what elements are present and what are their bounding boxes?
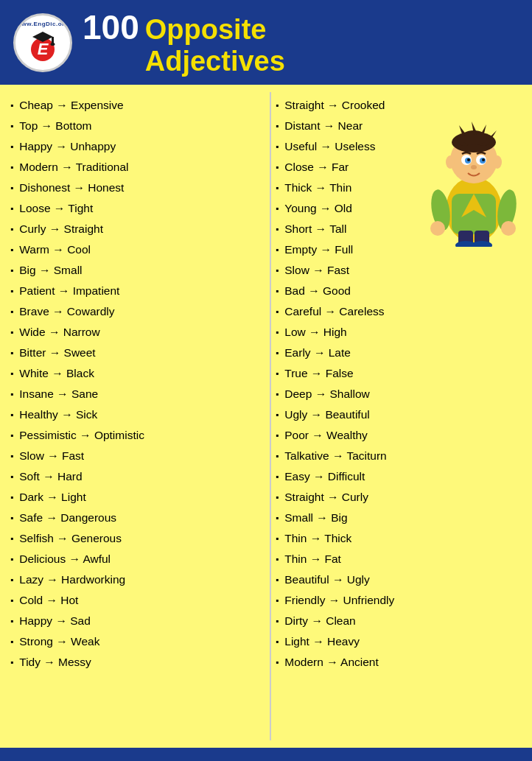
word-pair: Straight → Curly (284, 488, 368, 506)
word-pair: Straight → Crooked (284, 97, 385, 114)
bullet-icon: ▪ (10, 222, 13, 236)
bullet-icon: ▪ (10, 305, 13, 319)
word-pair: Modern → Ancient (284, 653, 379, 671)
bullet-icon: ▪ (276, 511, 279, 525)
list-item: ▪Top → Bottom (10, 116, 265, 136)
word-pair: Beautiful → Ugly (284, 571, 369, 589)
footer-url: WWW.ENGDIC.ORG (10, 758, 522, 761)
list-item: ▪Thin → Thick (276, 528, 522, 549)
bullet-icon: ▪ (10, 140, 13, 154)
footer-dic: DIC (276, 758, 317, 761)
word-pair: Strong → Weak (19, 633, 99, 650)
list-item: ▪Cheap → Expensive (10, 95, 265, 116)
word-pair: Slow → Fast (284, 262, 349, 279)
bullet-icon: ▪ (276, 202, 279, 216)
list-item: ▪Healthy → Sick (10, 404, 265, 425)
bullet-icon: ▪ (276, 635, 279, 649)
word-pair: Low → High (284, 323, 346, 341)
header-number: 100 (83, 7, 139, 47)
list-item: ▪Careful → Careless (276, 301, 522, 322)
list-item: ▪Brave → Cowardly (10, 301, 265, 322)
word-pair: Small → Big (284, 509, 347, 527)
svg-point-22 (446, 155, 455, 169)
bullet-icon: ▪ (276, 614, 279, 628)
word-pair: Brave → Cowardly (19, 303, 114, 320)
header-opposite: Opposite (145, 14, 285, 46)
word-pair: Selfish → Generous (19, 530, 122, 547)
word-pair: Early → Late (284, 344, 351, 362)
word-pair: Light → Heavy (284, 633, 360, 650)
svg-point-30 (501, 221, 516, 236)
bullet-icon: ▪ (10, 326, 13, 340)
bullet-icon: ▪ (10, 181, 13, 195)
header-adjectives: Adjectives (145, 46, 285, 77)
list-item: ▪Soft → Hard (10, 466, 265, 487)
bullet-icon: ▪ (276, 181, 279, 195)
character-illustration (426, 114, 522, 247)
bullet-icon: ▪ (10, 367, 13, 381)
list-item: ▪Straight → Crooked (276, 95, 522, 116)
list-item: ▪Straight → Curly (276, 487, 522, 508)
svg-point-20 (482, 158, 485, 161)
bullet-icon: ▪ (276, 161, 279, 175)
bullet-icon: ▪ (10, 346, 13, 360)
list-item: ▪Thin → Fat (276, 549, 522, 569)
list-item: ▪Lazy → Hardworking (10, 569, 265, 590)
logo: www.EngDic.org E (13, 13, 72, 72)
bullet-icon: ▪ (10, 202, 13, 216)
word-pair: Big → Small (19, 262, 82, 279)
list-item: ▪Safe → Dangerous (10, 508, 265, 528)
list-item: ▪Curly → Straight (10, 219, 265, 239)
word-pair: Distant → Near (284, 117, 363, 135)
word-pair: Dishonest → Honest (19, 179, 124, 197)
list-item: ▪White → Black (10, 363, 265, 384)
bullet-icon: ▪ (276, 491, 279, 505)
list-item: ▪Slow → Fast (276, 260, 522, 281)
word-pair: Pessimistic → Optimistic (19, 427, 144, 444)
word-pair: Close → Far (284, 158, 349, 176)
word-pair: Short → Tall (284, 220, 346, 238)
word-pair: Friendly → Unfriendly (284, 592, 394, 609)
word-pair: Soft → Hard (19, 468, 82, 485)
word-pair: Tidy → Messy (19, 653, 91, 671)
bullet-icon: ▪ (276, 99, 279, 113)
right-column-wrapper: ▪Straight → Crooked▪Distant → Near▪Usefu… (271, 92, 526, 740)
word-pair: True → False (284, 365, 353, 382)
svg-text:E: E (38, 40, 49, 58)
logo-top-text: www.EngDic.org (17, 21, 69, 27)
word-pair: Loose → Tight (19, 200, 93, 217)
word-pair: Happy → Sad (19, 612, 91, 630)
word-pair: Dark → Light (19, 488, 85, 506)
bullet-icon: ▪ (276, 553, 279, 567)
logo-icon: E (27, 29, 59, 61)
word-pair: Safe → Dangerous (19, 509, 116, 527)
header: www.EngDic.org E 100 Opposite Adjectives (0, 0, 532, 85)
word-pair: Cold → Hot (19, 592, 78, 609)
list-item: ▪Bad → Good (276, 281, 522, 301)
svg-point-21 (471, 165, 477, 169)
bullet-icon: ▪ (10, 408, 13, 422)
svg-point-19 (467, 158, 470, 161)
bullet-icon: ▪ (10, 387, 13, 401)
word-pair: Young → Old (284, 200, 352, 217)
list-item: ▪Easy → Difficult (276, 466, 522, 487)
list-item: ▪Low → High (276, 322, 522, 343)
bullet-icon: ▪ (10, 635, 13, 649)
list-item: ▪Happy → Sad (10, 611, 265, 631)
word-pair: Easy → Difficult (284, 468, 365, 485)
bullet-icon: ▪ (276, 573, 279, 587)
bullet-icon: ▪ (276, 305, 279, 319)
bullet-icon: ▪ (10, 532, 13, 546)
svg-point-23 (493, 155, 502, 169)
word-pair: Delicious → Awful (19, 550, 111, 568)
list-item: ▪Dishonest → Honest (10, 178, 265, 198)
word-pair: Insane → Sane (19, 385, 98, 403)
bullet-icon: ▪ (276, 594, 279, 608)
word-pair: Patient → Impatient (19, 282, 119, 300)
bullet-icon: ▪ (10, 429, 13, 443)
main-content: ▪Cheap → Expensive▪Top → Bottom▪Happy → … (0, 85, 532, 748)
bullet-icon: ▪ (276, 387, 279, 401)
list-item: ▪Modern → Ancient (276, 652, 522, 673)
list-item: ▪Talkative → Taciturn (276, 446, 522, 466)
bullet-icon: ▪ (276, 119, 279, 133)
